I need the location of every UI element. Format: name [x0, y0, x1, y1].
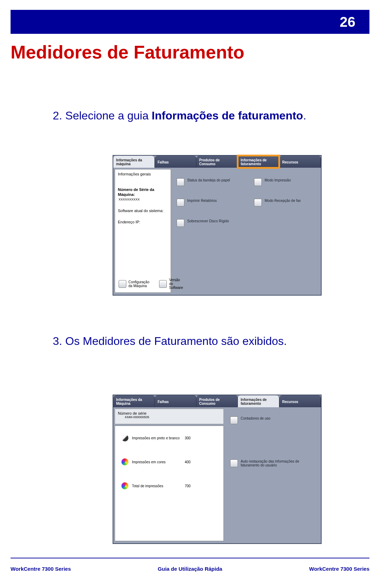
serial-box: Número de série KMM-000000505	[115, 409, 224, 424]
meter-value: 700	[185, 484, 202, 488]
footer-center: Guia de Utilização Rápida	[158, 566, 222, 572]
right-panel-1: Status da bandeja do papel Imprimir Rela…	[171, 168, 321, 295]
bw-icon	[121, 434, 128, 441]
step-2: 2. Selecione a guia Informações de fatur…	[53, 109, 306, 122]
tab-bar-1: Informações da máquina Falhas Produtos d…	[113, 156, 321, 168]
button-icon	[254, 178, 262, 186]
button-icon	[119, 280, 126, 288]
print-mode-button[interactable]: Modo Impressão	[254, 178, 317, 186]
tab-resources[interactable]: Recursos	[279, 395, 321, 407]
tab-supplies[interactable]: Produtos de Consumo	[196, 395, 238, 407]
button-icon	[177, 219, 184, 227]
serial-label: Número de Série da Máquina:	[118, 187, 168, 197]
fax-mode-button[interactable]: Modo Recepção de fax	[254, 199, 317, 206]
footer-left: WorkCentre 7300 Series	[11, 566, 71, 572]
meter-row-total: Total de impressões 700	[121, 482, 220, 489]
button-icon	[230, 459, 238, 467]
meter-value: 400	[185, 460, 202, 464]
config-row: Configuração da Máquina Versão do Softwa…	[119, 278, 167, 290]
meter-label: Impressões em cores	[132, 460, 185, 464]
serial-value: XXXXXXXXXX	[119, 197, 168, 202]
footer-right: WorkCentre 7300 Series	[309, 566, 369, 572]
right-panel-2: Contadores de uso Auto restauração das i…	[224, 407, 321, 543]
tab-machine-info[interactable]: Informações da Máquina	[113, 395, 155, 407]
step-2-prefix: 2. Selecione a guia	[53, 109, 152, 122]
page-number: 26	[340, 14, 356, 30]
overwrite-hdd-button[interactable]: Sobrescrever Disco Rígido	[177, 219, 240, 227]
step-3: 3. Os Medidores de Faturamento são exibi…	[53, 335, 287, 348]
software-label: Software atual do sistema:	[118, 208, 168, 213]
tab-billing-info-active[interactable]: Informações de faturamento	[238, 395, 279, 407]
tab-machine-info[interactable]: Informações da máquina	[113, 156, 155, 168]
tab-billing-info[interactable]: Informações de faturamento	[238, 156, 279, 168]
footer-divider	[11, 558, 369, 558]
serial-value-2: KMM-000000505	[125, 415, 221, 419]
meter-label: Total de impressões	[132, 484, 185, 488]
paper-tray-status-button[interactable]: Status da bandeja do papel	[177, 178, 240, 186]
step-2-bold: Informações de faturamento	[152, 109, 303, 122]
meter-list: Impressões em preto e branco 300 Impress…	[115, 426, 224, 541]
button-icon	[159, 280, 167, 288]
general-info-label: Informações gerais	[118, 172, 168, 177]
tab-bar-2: Informações da Máquina Falhas Produtos d…	[113, 395, 321, 407]
serial-label-2: Número de série	[118, 411, 221, 415]
color-icon	[121, 458, 128, 465]
header-bar: 26	[11, 10, 369, 34]
page: 26 Medidores de Faturamento 2. Selecione…	[0, 0, 380, 588]
button-icon	[177, 199, 184, 206]
meter-label: Impressões em preto e branco	[132, 436, 185, 440]
button-icon	[254, 199, 262, 206]
auto-reset-button[interactable]: Auto restauração das informações de fatu…	[230, 459, 316, 467]
meter-value: 300	[185, 436, 202, 440]
ip-label: Endereço IP:	[118, 219, 168, 224]
tab-faults[interactable]: Falhas	[155, 395, 196, 407]
screen1-body: Informações gerais Número de Série da Má…	[113, 168, 321, 295]
meter-row-color: Impressões em cores 400	[121, 458, 220, 465]
left-panel-2: Número de série KMM-000000505 Impressões…	[115, 409, 224, 541]
screenshot-2: Informações da Máquina Falhas Produtos d…	[113, 395, 322, 544]
software-version-button[interactable]: Versão do Software	[159, 278, 183, 290]
usage-counters-button[interactable]: Contadores de uso	[230, 416, 316, 424]
machine-config-button[interactable]: Configuração da Máquina	[119, 280, 149, 288]
step-2-suffix: .	[303, 109, 306, 122]
color-icon	[121, 482, 128, 489]
highlight-box	[237, 155, 280, 169]
screenshot-1: Informações da máquina Falhas Produtos d…	[113, 155, 322, 296]
tab-supplies[interactable]: Produtos de Consumo	[196, 156, 238, 168]
footer: WorkCentre 7300 Series Guia de Utilizaçã…	[11, 566, 369, 572]
page-title: Medidores de Faturamento	[11, 42, 245, 63]
meter-row-bw: Impressões em preto e branco 300	[121, 434, 220, 441]
button-icon	[230, 416, 238, 424]
tab-resources[interactable]: Recursos	[279, 156, 321, 168]
left-panel-1: Informações gerais Número de Série da Má…	[115, 169, 171, 293]
tab-faults[interactable]: Falhas	[155, 156, 196, 168]
print-reports-button[interactable]: Imprimir Relatórios	[177, 199, 240, 206]
screen2-body: Número de série KMM-000000505 Impressões…	[113, 407, 321, 543]
button-icon	[177, 178, 184, 186]
